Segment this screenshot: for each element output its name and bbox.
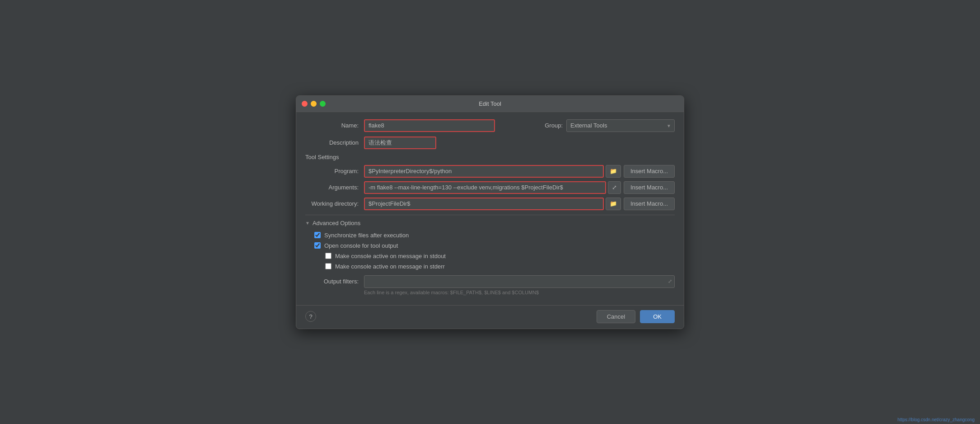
arguments-expand-button[interactable]: ⤢ xyxy=(608,181,621,194)
sync-files-checkbox[interactable] xyxy=(314,232,321,238)
arguments-input-wrapper: ⤢ xyxy=(364,181,621,194)
group-select-wrapper: External Tools ▼ xyxy=(566,119,675,132)
make-active-stdout-label: Make console active on message in stdout xyxy=(335,253,446,259)
group-select[interactable]: External Tools xyxy=(566,119,675,132)
expand-icon: ⤢ xyxy=(668,278,672,284)
name-label: Name: xyxy=(305,122,364,129)
open-console-row: Open console for tool output xyxy=(314,242,675,249)
program-insert-macro-button[interactable]: Insert Macro... xyxy=(624,165,675,178)
output-filters-label: Output filters: xyxy=(305,278,364,285)
arguments-insert-macro-button[interactable]: Insert Macro... xyxy=(624,181,675,194)
folder-icon: 📁 xyxy=(610,200,617,207)
description-label: Description xyxy=(305,139,364,146)
program-folder-button[interactable]: 📁 xyxy=(606,165,621,178)
dialog-footer: ? Cancel OK xyxy=(296,305,684,329)
output-filters-input[interactable] xyxy=(364,275,675,288)
close-button[interactable] xyxy=(302,101,308,107)
folder-icon: 📁 xyxy=(610,168,617,174)
ok-button[interactable]: OK xyxy=(640,310,675,323)
make-active-stdout-row: Make console active on message in stdout xyxy=(325,253,675,259)
advanced-options-label: Advanced Options xyxy=(313,220,360,226)
dialog-title: Edit Tool xyxy=(479,100,501,107)
group-label: Group: xyxy=(545,122,563,129)
cancel-button[interactable]: Cancel xyxy=(597,310,635,323)
advanced-options-section: ▼ Advanced Options Synchronize files aft… xyxy=(305,215,675,295)
working-dir-input[interactable] xyxy=(364,198,604,210)
tool-settings-header: Tool Settings xyxy=(305,154,675,160)
maximize-button[interactable] xyxy=(320,101,326,107)
name-group-row: Name: Group: External Tools ▼ xyxy=(305,119,675,132)
name-input[interactable] xyxy=(364,119,495,132)
arguments-label: Arguments: xyxy=(305,184,364,191)
window-controls xyxy=(302,101,326,107)
make-active-stderr-checkbox[interactable] xyxy=(325,263,331,269)
make-active-stderr-row: Make console active on message in stderr xyxy=(325,263,675,270)
make-active-stdout-checkbox[interactable] xyxy=(325,253,331,259)
working-dir-input-wrapper: 📁 xyxy=(364,198,621,210)
minimize-button[interactable] xyxy=(311,101,317,107)
name-right: Group: External Tools ▼ xyxy=(545,119,675,132)
description-row: Description xyxy=(305,137,675,149)
footer-buttons: Cancel OK xyxy=(597,310,675,323)
output-filters-hint: Each line is a regex, available macros: … xyxy=(364,290,675,295)
description-input[interactable] xyxy=(364,137,436,149)
tool-settings-section: Tool Settings Program: 📁 Insert Macro...… xyxy=(305,154,675,210)
working-dir-label: Working directory: xyxy=(305,200,364,207)
open-console-label: Open console for tool output xyxy=(324,242,398,249)
output-filters-row: Output filters: ⤢ xyxy=(305,275,675,288)
triangle-down-icon: ▼ xyxy=(305,221,310,226)
expand-icon: ⤢ xyxy=(612,184,617,191)
working-dir-folder-button[interactable]: 📁 xyxy=(606,198,621,210)
arguments-input[interactable] xyxy=(364,181,606,194)
name-left: Name: xyxy=(305,119,495,132)
help-button[interactable]: ? xyxy=(305,311,316,322)
program-label: Program: xyxy=(305,168,364,174)
edit-tool-dialog: Edit Tool Name: Group: External Tools ▼ … xyxy=(296,95,684,329)
program-input[interactable] xyxy=(364,165,604,178)
open-console-checkbox[interactable] xyxy=(314,242,321,249)
working-dir-insert-macro-button[interactable]: Insert Macro... xyxy=(624,198,675,210)
output-filter-wrapper: ⤢ xyxy=(364,275,675,288)
advanced-toggle[interactable]: ▼ Advanced Options xyxy=(305,220,675,226)
arguments-row: Arguments: ⤢ Insert Macro... xyxy=(305,181,675,194)
make-active-stderr-label: Make console active on message in stderr xyxy=(335,263,445,270)
dialog-body: Name: Group: External Tools ▼ Descriptio… xyxy=(296,112,684,302)
program-input-wrapper: 📁 xyxy=(364,165,621,178)
sync-files-label: Synchronize files after execution xyxy=(324,232,409,239)
program-row: Program: 📁 Insert Macro... xyxy=(305,165,675,178)
title-bar: Edit Tool xyxy=(296,96,684,112)
sync-files-row: Synchronize files after execution xyxy=(314,232,675,239)
working-dir-row: Working directory: 📁 Insert Macro... xyxy=(305,198,675,210)
